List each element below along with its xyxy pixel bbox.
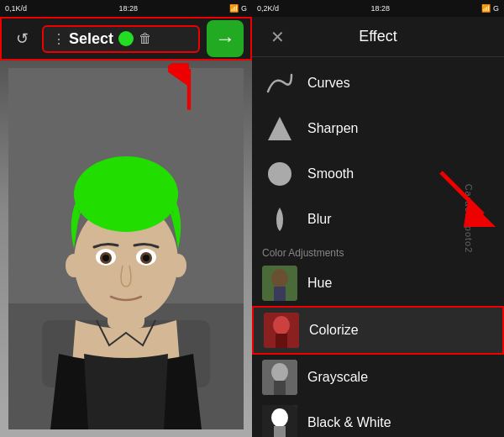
left-toolbar: ↺ ⋮ Select 🗑 (0, 17, 252, 61)
sharpen-icon (262, 111, 297, 146)
svg-point-15 (170, 254, 186, 277)
left-status-time: 18:28 (118, 4, 138, 13)
svg-point-21 (271, 269, 288, 287)
effect-item-grayscale[interactable]: Grayscale (252, 355, 504, 400)
svg-marker-18 (268, 117, 291, 140)
go-button[interactable] (207, 20, 244, 57)
left-status-icons: 📶 G (229, 4, 247, 13)
menu-dots-icon: ⋮ (52, 31, 64, 47)
undo-button[interactable]: ↺ (8, 25, 35, 52)
svg-line-17 (441, 172, 483, 214)
svg-rect-25 (276, 334, 287, 348)
close-button[interactable]: ✕ (265, 25, 289, 49)
left-panel: 0,1K/d 18:28 📶 G ↺ ⋮ Select 🗑 (0, 0, 252, 437)
left-status-left: 0,1K/d (5, 4, 27, 13)
effect-item-sharpen[interactable]: Sharpen (252, 106, 504, 151)
green-dot-indicator (118, 31, 134, 46)
svg-point-14 (66, 254, 82, 277)
grayscale-thumbnail (262, 360, 297, 395)
svg-point-30 (271, 408, 288, 427)
black-white-thumbnail (262, 405, 297, 437)
svg-point-19 (268, 162, 291, 186)
effect-name-blur: Blur (307, 212, 331, 227)
right-panel: 0,2K/d 18:28 📶 G ✕ Effect (252, 0, 504, 437)
svg-point-7 (74, 156, 178, 232)
blur-icon (262, 202, 297, 237)
svg-point-27 (271, 363, 288, 382)
effects-title: Effect (289, 28, 467, 45)
right-status-icons: 📶 G (481, 4, 499, 13)
smooth-icon (262, 156, 297, 192)
left-status-bar: 0,1K/d 18:28 📶 G (0, 0, 252, 17)
svg-point-24 (273, 316, 290, 334)
svg-rect-28 (274, 381, 286, 395)
svg-rect-31 (274, 426, 286, 437)
right-status-bar: 0,2K/d 18:28 📶 G (252, 0, 504, 17)
effects-header: ✕ Effect (252, 17, 504, 57)
effect-name-black-white: Black & White (307, 415, 391, 430)
svg-rect-22 (274, 287, 286, 301)
colorize-thumbnail (264, 313, 299, 348)
effect-item-hue[interactable]: Hue (252, 261, 504, 306)
svg-point-13 (143, 255, 150, 261)
annotation-arrow-up (168, 63, 210, 113)
effect-name-curves: Curves (307, 76, 350, 91)
curves-icon (262, 66, 297, 101)
effect-item-black-white[interactable]: Black & White (252, 400, 504, 437)
hue-thumbnail (262, 266, 297, 301)
select-label: Select (69, 30, 113, 48)
annotation-arrow-down (437, 168, 496, 230)
effect-item-curves[interactable]: Curves (252, 61, 504, 106)
right-status-time: 18:28 (370, 4, 390, 13)
effect-name-smooth: Smooth (307, 166, 354, 182)
right-status-left: 0,2K/d (257, 4, 279, 13)
effect-name-sharpen: Sharpen (307, 121, 359, 136)
effect-name-colorize: Colorize (309, 323, 359, 338)
svg-point-12 (102, 255, 109, 261)
effect-name-hue: Hue (307, 276, 332, 291)
photo-canvas (0, 61, 252, 437)
effect-name-grayscale: Grayscale (307, 370, 368, 385)
eraser-icon: 🗑 (139, 31, 152, 46)
select-box[interactable]: ⋮ Select 🗑 (42, 25, 200, 53)
effect-item-colorize[interactable]: Colorize (252, 306, 504, 355)
